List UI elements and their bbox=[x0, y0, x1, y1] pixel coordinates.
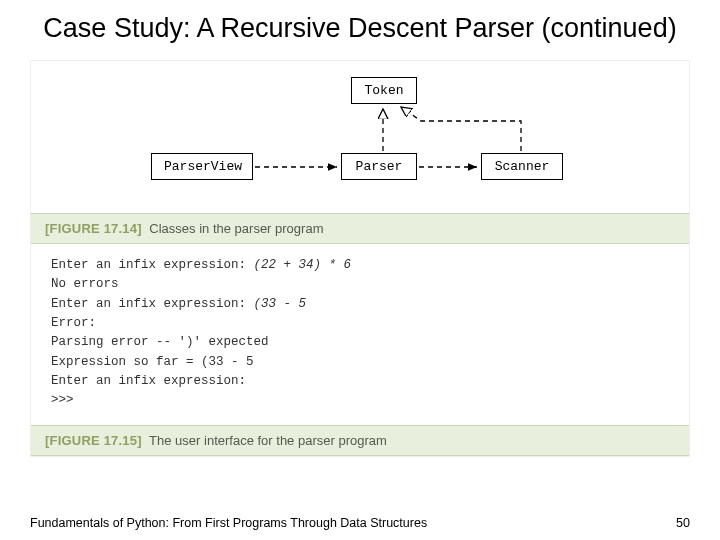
console-line-3b: (33 - 5 bbox=[254, 297, 307, 311]
figure-block: Token ParserView Parser Scanner [FIGUR bbox=[30, 60, 690, 457]
console-line-8: >>> bbox=[51, 393, 74, 407]
console-line-1a: Enter an infix expression: bbox=[51, 258, 254, 272]
node-parserview: ParserView bbox=[151, 153, 253, 180]
node-token: Token bbox=[351, 77, 417, 104]
console-output: Enter an infix expression: (22 + 34) * 6… bbox=[31, 244, 689, 425]
slide-footer: Fundamentals of Python: From First Progr… bbox=[30, 516, 690, 530]
figure-14-text: Classes in the parser program bbox=[149, 221, 323, 236]
figure-15-caption: [FIGURE 17.15] The user interface for th… bbox=[31, 425, 689, 456]
class-diagram: Token ParserView Parser Scanner bbox=[31, 61, 689, 213]
figure-15-text: The user interface for the parser progra… bbox=[149, 433, 387, 448]
console-line-7: Enter an infix expression: bbox=[51, 374, 246, 388]
footer-page-number: 50 bbox=[676, 516, 690, 530]
console-line-4: Error: bbox=[51, 316, 96, 330]
console-line-5: Parsing error -- ')' expected bbox=[51, 335, 269, 349]
console-line-3a: Enter an infix expression: bbox=[51, 297, 254, 311]
footer-book-title: Fundamentals of Python: From First Progr… bbox=[30, 516, 427, 530]
slide-title: Case Study: A Recursive Descent Parser (… bbox=[0, 0, 720, 52]
console-line-1b: (22 + 34) * 6 bbox=[254, 258, 352, 272]
console-line-6: Expression so far = (33 - 5 bbox=[51, 355, 254, 369]
figure-15-label: [FIGURE 17.15] bbox=[45, 433, 142, 448]
console-line-2: No errors bbox=[51, 277, 119, 291]
figure-14-label: [FIGURE 17.14] bbox=[45, 221, 142, 236]
node-parser: Parser bbox=[341, 153, 417, 180]
node-scanner: Scanner bbox=[481, 153, 563, 180]
figure-14-caption: [FIGURE 17.14] Classes in the parser pro… bbox=[31, 213, 689, 244]
